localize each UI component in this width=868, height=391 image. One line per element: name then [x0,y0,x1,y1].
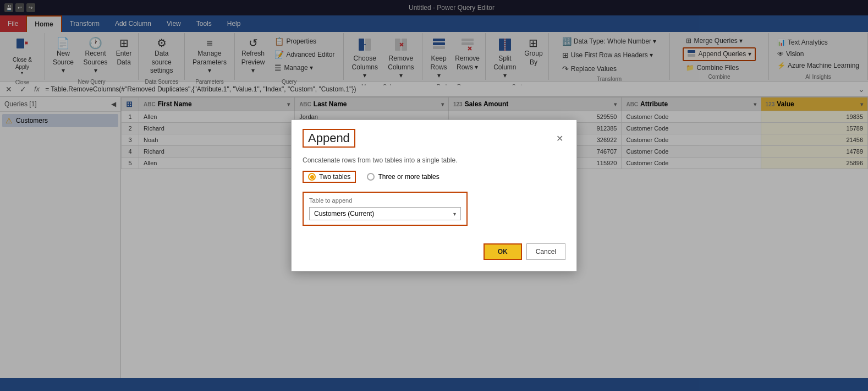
three-tables-radio[interactable]: Three or more tables [367,171,439,183]
ok-button[interactable]: OK [484,243,522,260]
table-to-append-arrow: ▾ [453,211,456,217]
modal-footer: OK Cancel [292,243,576,271]
table-to-append-group: Table to append Customers (Current) ▾ [303,192,468,226]
cancel-button[interactable]: Cancel [526,243,565,260]
modal-header: Append ✕ [292,120,576,152]
three-tables-label: Three or more tables [378,173,439,181]
two-tables-radio-outer [308,173,316,181]
modal-description: Concatenate rows from two tables into a … [303,156,565,164]
three-tables-radio-outer [367,173,375,181]
radio-group: Two tables Three or more tables [303,171,565,183]
modal-title: Append [303,129,355,148]
two-tables-radio[interactable]: Two tables [303,171,356,183]
modal-close-button[interactable]: ✕ [554,131,565,146]
modal-body: Concatenate rows from two tables into a … [292,152,576,243]
append-dialog: Append ✕ Concatenate rows from two table… [291,120,577,271]
table-to-append-label: Table to append [309,197,461,204]
two-tables-label: Two tables [319,173,350,181]
table-to-append-value: Customers (Current) [314,210,374,218]
modal-overlay: Append ✕ Concatenate rows from two table… [0,0,868,391]
table-to-append-select[interactable]: Customers (Current) ▾ [309,207,461,220]
two-tables-radio-inner [310,175,314,179]
